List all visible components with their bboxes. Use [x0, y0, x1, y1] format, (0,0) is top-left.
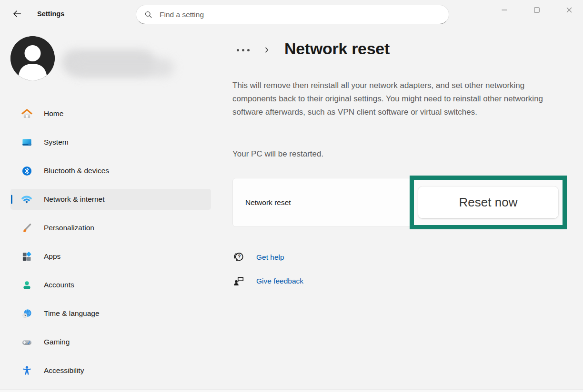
- wifi-icon: [21, 194, 32, 205]
- close-button[interactable]: [558, 2, 580, 18]
- sidebar-item-time-language[interactable]: Time & language: [10, 303, 211, 324]
- annotation-highlight-box: Reset now: [410, 176, 567, 229]
- restart-note: Your PC will be restarted.: [232, 149, 323, 159]
- sidebar-item-label: Time & language: [44, 309, 100, 318]
- search-input[interactable]: [160, 10, 441, 19]
- minimize-button[interactable]: [493, 2, 515, 18]
- system-icon: [21, 137, 32, 148]
- sidebar-item-apps[interactable]: Apps: [10, 246, 211, 267]
- settings-window: Settings: [0, 0, 583, 392]
- give-feedback-link[interactable]: Give feedback: [256, 277, 303, 285]
- bluetooth-icon: [21, 165, 32, 176]
- sidebar-item-label: System: [44, 138, 69, 147]
- reset-now-button[interactable]: Reset now: [418, 186, 559, 219]
- sidebar-item-label: Gaming: [44, 338, 70, 346]
- give-feedback-row[interactable]: Give feedback: [232, 275, 303, 287]
- setting-card-label: Network reset: [245, 198, 291, 207]
- window-bottom-margin: [0, 390, 583, 392]
- get-help-link[interactable]: Get help: [256, 253, 284, 262]
- back-arrow-icon: [12, 9, 22, 20]
- sidebar-item-personalization[interactable]: Personalization: [10, 217, 211, 238]
- chevron-right-icon: [263, 46, 271, 54]
- sidebar-item-accounts[interactable]: Accounts: [10, 274, 211, 295]
- back-button[interactable]: [9, 6, 26, 22]
- sidebar-item-label: Home: [44, 109, 63, 118]
- sidebar-item-label: Apps: [44, 252, 60, 261]
- sidebar-item-bluetooth-devices[interactable]: Bluetooth & devices: [10, 160, 211, 181]
- sidebar-item-home[interactable]: Home: [10, 103, 211, 124]
- minimize-icon: [501, 6, 508, 14]
- search-icon: [144, 10, 153, 19]
- sidebar-item-gaming[interactable]: Gaming: [10, 332, 211, 353]
- sidebar-nav: Home System Bluetooth & devices: [10, 103, 211, 389]
- close-icon: [565, 6, 573, 14]
- svg-text:?: ?: [238, 254, 241, 259]
- sidebar-item-label: Network & internet: [44, 195, 105, 204]
- sidebar-item-system[interactable]: System: [10, 132, 211, 153]
- app-title: Settings: [37, 10, 64, 18]
- user-avatar[interactable]: [10, 36, 55, 80]
- window-controls: [483, 2, 580, 18]
- feedback-person-icon: [232, 275, 245, 287]
- accessibility-icon: [21, 365, 32, 376]
- apps-icon: [21, 251, 32, 262]
- page-description: This will remove then reinstall all your…: [232, 79, 566, 119]
- get-help-row[interactable]: ? Get help: [232, 251, 284, 264]
- breadcrumb: [236, 43, 271, 57]
- maximize-button[interactable]: [526, 2, 548, 18]
- gamepad-icon: [21, 336, 32, 348]
- page-title: Network reset: [284, 39, 390, 58]
- personalization-brush-icon: [21, 222, 32, 234]
- sidebar-item-label: Accessibility: [44, 366, 84, 375]
- accounts-icon: [21, 279, 32, 291]
- maximize-icon: [533, 6, 541, 14]
- time-language-icon: [21, 308, 32, 319]
- help-bubble-icon: ?: [232, 251, 245, 264]
- sidebar-item-label: Bluetooth & devices: [44, 167, 109, 175]
- search-box[interactable]: [136, 5, 449, 24]
- sidebar-item-label: Personalization: [44, 224, 94, 232]
- home-icon: [21, 108, 32, 119]
- sidebar-item-label: Accounts: [44, 281, 74, 289]
- sidebar-item-network-internet[interactable]: Network & internet: [10, 189, 211, 210]
- breadcrumb-ellipsis-button[interactable]: [236, 47, 251, 53]
- sidebar-item-accessibility[interactable]: Accessibility: [10, 360, 211, 381]
- user-email-redacted: [71, 58, 174, 77]
